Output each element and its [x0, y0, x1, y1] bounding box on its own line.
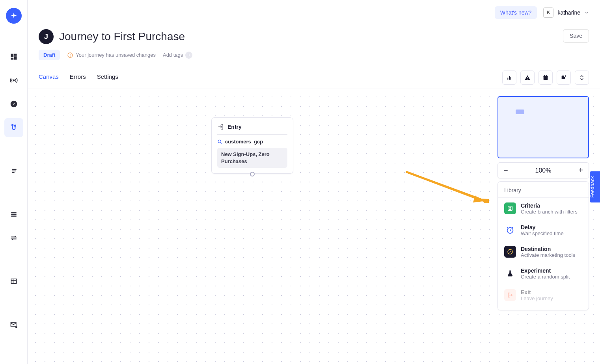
calendar-icon — [542, 74, 549, 81]
journey-icon — [10, 124, 18, 132]
lib-item-name: Experiment — [521, 267, 570, 274]
rows-icon — [10, 210, 18, 218]
svg-point-8 — [14, 125, 15, 126]
page-title: Journey to First Purchase — [59, 30, 185, 43]
tool-warnings[interactable] — [520, 71, 535, 85]
svg-point-4 — [13, 80, 14, 81]
criteria-icon — [504, 202, 516, 214]
nav-journeys[interactable] — [4, 118, 23, 137]
dashboard-icon — [10, 53, 18, 61]
destination-icon — [504, 246, 516, 258]
table-icon — [10, 277, 18, 285]
export-icon — [561, 74, 567, 81]
nav-tables[interactable] — [4, 205, 23, 224]
unsaved-changes-warning: Your journey has unsaved changes — [67, 52, 156, 58]
tool-collapse[interactable] — [575, 71, 589, 85]
collapse-icon — [579, 74, 585, 81]
compass-icon — [10, 100, 18, 108]
nav-segments[interactable] — [4, 162, 23, 180]
delay-icon — [504, 224, 516, 236]
warning-text: Your journey has unsaved changes — [76, 52, 156, 58]
svg-rect-23 — [509, 76, 510, 80]
svg-line-37 — [406, 172, 477, 199]
nav-explore[interactable] — [4, 95, 23, 113]
node-segment: New Sign-Ups, Zero Purchases — [217, 148, 287, 168]
svg-rect-30 — [546, 75, 547, 76]
user-name-label: katharine — [557, 9, 580, 16]
add-tags-label: Add tags — [163, 52, 183, 58]
svg-line-36 — [406, 172, 481, 199]
tab-settings[interactable]: Settings — [97, 73, 118, 86]
mail-send-icon — [10, 321, 18, 329]
exit-icon — [504, 289, 516, 301]
minimap[interactable] — [498, 96, 589, 158]
library-item-criteria[interactable]: Criteria Create branch with filters — [498, 198, 589, 219]
library-item-destination[interactable]: Destination Activate marketing tools — [498, 241, 589, 263]
library-panel: Library Criteria Create branch with filt… — [498, 181, 589, 310]
tool-metrics[interactable] — [502, 71, 516, 85]
sparkle-icon — [10, 12, 18, 20]
bar-chart-icon — [506, 74, 512, 81]
nav-sync[interactable] — [4, 228, 23, 247]
library-item-delay[interactable]: Delay Wait specified time — [498, 219, 589, 241]
lib-item-desc: Wait specified time — [521, 230, 564, 236]
svg-rect-26 — [527, 79, 527, 79]
warning-icon — [524, 74, 531, 81]
lib-item-desc: Create branch with filters — [521, 209, 578, 215]
svg-rect-14 — [11, 215, 16, 217]
zoom-out-button[interactable]: − — [503, 166, 508, 175]
tab-canvas[interactable]: Canvas — [39, 73, 59, 86]
user-menu[interactable]: K katharine — [543, 7, 589, 18]
svg-rect-3 — [11, 58, 13, 60]
zoom-value: 100% — [535, 167, 552, 174]
canvas[interactable]: Entry customers_gcp New Sign-Ups, Zero P… — [28, 89, 600, 364]
chevron-down-icon — [584, 10, 589, 15]
svg-point-21 — [70, 56, 71, 56]
nav-datasets[interactable] — [4, 272, 23, 291]
svg-rect-24 — [511, 77, 511, 80]
add-tags-button[interactable]: Add tags + — [163, 52, 192, 59]
svg-marker-38 — [473, 195, 483, 202]
lib-item-name: Destination — [521, 246, 575, 252]
lib-item-desc: Activate marketing tools — [521, 252, 575, 258]
entry-icon — [217, 123, 224, 130]
list-icon — [10, 167, 18, 175]
tool-export[interactable] — [557, 71, 571, 85]
plus-icon: + — [185, 52, 192, 59]
status-badge: Draft — [39, 50, 60, 60]
entry-node[interactable]: Entry customers_gcp New Sign-Ups, Zero P… — [211, 117, 293, 174]
node-source-label: customers_gcp — [225, 139, 263, 145]
tool-schedule[interactable] — [539, 71, 553, 85]
library-title: Library — [498, 182, 589, 198]
svg-point-33 — [218, 140, 221, 143]
lib-item-desc: Leave journey — [521, 295, 553, 301]
lib-item-name: Exit — [521, 289, 553, 295]
nav-dashboard[interactable] — [4, 47, 23, 66]
broadcast-icon — [10, 76, 18, 84]
tab-errors[interactable]: Errors — [70, 73, 86, 86]
svg-point-40 — [509, 207, 511, 209]
user-avatar: K — [543, 7, 553, 18]
nav-live[interactable] — [4, 71, 23, 90]
nav-messages[interactable] — [4, 315, 23, 334]
svg-rect-25 — [527, 77, 527, 78]
svg-rect-28 — [544, 76, 548, 77]
svg-marker-43 — [509, 251, 511, 253]
main-content: What's new? K katharine J Journey to Fir… — [28, 0, 600, 364]
swap-icon — [10, 234, 18, 242]
logo[interactable] — [6, 8, 22, 24]
experiment-icon — [504, 267, 516, 279]
feedback-button[interactable]: Feedback — [590, 171, 600, 202]
lib-item-name: Delay — [521, 224, 564, 230]
node-title: Entry — [227, 124, 242, 130]
library-item-experiment[interactable]: Experiment Create a random split — [498, 263, 589, 284]
zoom-panel: − 100% + — [498, 162, 589, 178]
svg-rect-22 — [507, 78, 508, 80]
svg-rect-13 — [11, 214, 16, 215]
save-button[interactable]: Save — [563, 29, 589, 43]
zoom-in-button[interactable]: + — [578, 166, 583, 175]
node-connector[interactable] — [250, 172, 255, 176]
whats-new-button[interactable]: What's new? — [495, 6, 537, 19]
search-icon — [217, 139, 223, 145]
sidebar — [0, 0, 28, 364]
